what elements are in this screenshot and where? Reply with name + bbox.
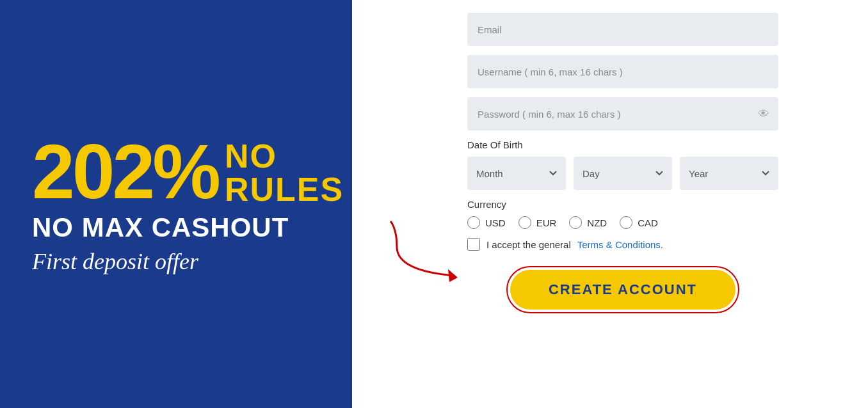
create-account-wrapper: CREATE ACCOUNT — [467, 266, 778, 313]
create-account-button[interactable]: CREATE ACCOUNT — [510, 270, 735, 310]
email-input[interactable] — [467, 13, 778, 46]
year-select[interactable]: Year 2000199919981997 — [680, 157, 778, 190]
promo-headline: 202% NO RULES — [32, 133, 344, 210]
terms-link[interactable]: Terms & Conditions. — [577, 239, 663, 250]
password-group: 👁︎ — [467, 97, 778, 130]
terms-text: I accept the general — [486, 239, 571, 250]
dob-label: Date Of Birth — [467, 139, 778, 150]
svg-marker-0 — [448, 269, 458, 282]
day-select[interactable]: Day 1234 5678 — [574, 157, 672, 190]
password-input[interactable] — [467, 97, 778, 130]
create-account-border: CREATE ACCOUNT — [506, 266, 739, 313]
eye-toggle-icon[interactable]: 👁︎ — [758, 107, 769, 121]
first-deposit-text: First deposit offer — [32, 248, 198, 275]
currency-nzd-label: NZD — [587, 217, 607, 228]
currency-nzd-radio[interactable] — [569, 216, 582, 229]
username-group — [467, 55, 778, 88]
currency-options: USD EUR NZD CAD — [467, 216, 778, 229]
currency-usd-radio[interactable] — [467, 216, 480, 229]
currency-usd-label: USD — [485, 217, 506, 228]
no-text: NO — [225, 139, 344, 173]
currency-usd[interactable]: USD — [467, 216, 506, 229]
currency-cad[interactable]: CAD — [620, 216, 658, 229]
currency-cad-label: CAD — [638, 217, 658, 228]
currency-label: Currency — [467, 199, 778, 210]
currency-eur-label: EUR — [536, 217, 557, 228]
red-arrow-icon — [378, 215, 480, 285]
currency-nzd[interactable]: NZD — [569, 216, 607, 229]
no-rules-block: NO RULES — [225, 133, 344, 206]
dob-row: Month JanuaryFebruaryMarch AprilMayJune … — [467, 157, 778, 190]
month-select[interactable]: Month JanuaryFebruaryMarch AprilMayJune … — [467, 157, 566, 190]
currency-eur[interactable]: EUR — [518, 216, 557, 229]
rules-text: RULES — [225, 173, 344, 206]
terms-row: I accept the general Terms & Conditions. — [467, 238, 663, 251]
username-input[interactable] — [467, 55, 778, 88]
no-max-cashout-text: NO MAX CASHOUT — [32, 213, 289, 242]
left-panel: 202% NO RULES NO MAX CASHOUT First depos… — [0, 0, 352, 408]
percent-text: 202% — [32, 133, 218, 210]
right-panel: 👁︎ Date Of Birth Month JanuaryFebruaryMa… — [352, 0, 868, 408]
dob-group: Date Of Birth Month JanuaryFebruaryMarch… — [467, 139, 778, 190]
password-wrapper: 👁︎ — [467, 97, 778, 130]
email-group — [467, 13, 778, 46]
currency-cad-radio[interactable] — [620, 216, 632, 229]
currency-eur-radio[interactable] — [518, 216, 531, 229]
terms-checkbox[interactable] — [467, 238, 480, 251]
currency-section: Currency USD EUR NZD CAD — [467, 199, 778, 229]
